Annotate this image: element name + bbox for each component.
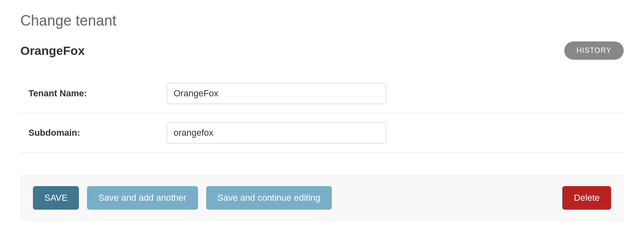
object-name: OrangeFox	[20, 44, 85, 58]
header-row: OrangeFox HISTORY	[20, 41, 624, 60]
form-row-subdomain: Subdomain:	[20, 113, 624, 153]
save-continue-button[interactable]: Save and continue editing	[206, 186, 332, 210]
subdomain-label: Subdomain:	[28, 128, 167, 138]
delete-button[interactable]: Delete	[562, 186, 611, 210]
submit-row: SAVE Save and add another Save and conti…	[20, 175, 624, 221]
tenant-name-label: Tenant Name:	[28, 88, 167, 99]
save-add-another-button[interactable]: Save and add another	[87, 186, 198, 210]
history-button[interactable]: HISTORY	[564, 41, 624, 60]
subdomain-input[interactable]	[167, 122, 386, 143]
form-row-tenant-name: Tenant Name:	[20, 74, 624, 113]
save-button[interactable]: SAVE	[33, 186, 79, 210]
page-title: Change tenant	[20, 12, 624, 29]
tenant-name-input[interactable]	[167, 83, 386, 104]
